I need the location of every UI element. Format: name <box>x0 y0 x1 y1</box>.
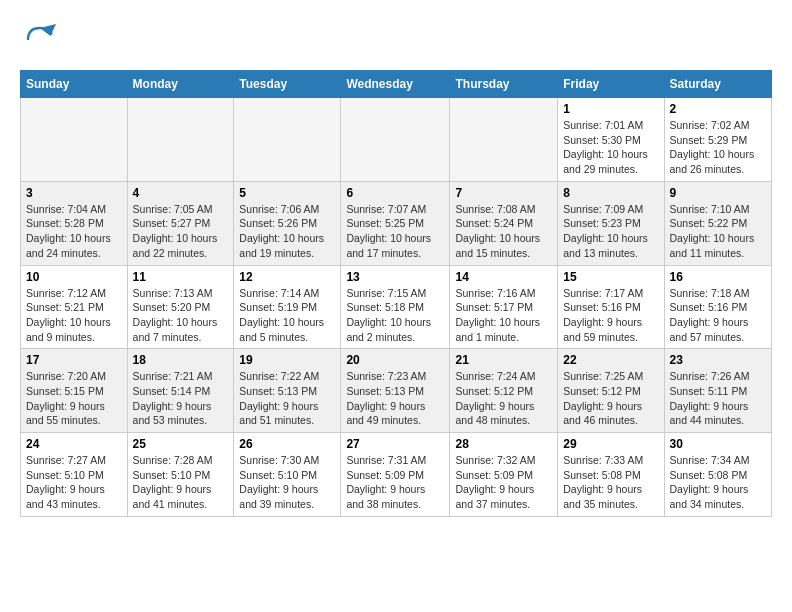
day-number: 23 <box>670 353 767 367</box>
calendar-cell: 17Sunrise: 7:20 AMSunset: 5:15 PMDayligh… <box>21 349 128 433</box>
page-header <box>20 20 772 60</box>
day-number: 19 <box>239 353 335 367</box>
week-row-1: 1Sunrise: 7:01 AMSunset: 5:30 PMDaylight… <box>21 98 772 182</box>
day-info: Sunrise: 7:12 AMSunset: 5:21 PMDaylight:… <box>26 286 122 345</box>
calendar-cell: 16Sunrise: 7:18 AMSunset: 5:16 PMDayligh… <box>664 265 772 349</box>
day-info: Sunrise: 7:27 AMSunset: 5:10 PMDaylight:… <box>26 453 122 512</box>
day-info: Sunrise: 7:05 AMSunset: 5:27 PMDaylight:… <box>133 202 229 261</box>
calendar-cell: 29Sunrise: 7:33 AMSunset: 5:08 PMDayligh… <box>558 433 664 517</box>
day-number: 28 <box>455 437 552 451</box>
day-info: Sunrise: 7:21 AMSunset: 5:14 PMDaylight:… <box>133 369 229 428</box>
day-number: 18 <box>133 353 229 367</box>
day-number: 26 <box>239 437 335 451</box>
calendar-cell: 12Sunrise: 7:14 AMSunset: 5:19 PMDayligh… <box>234 265 341 349</box>
calendar-cell <box>234 98 341 182</box>
calendar-cell: 11Sunrise: 7:13 AMSunset: 5:20 PMDayligh… <box>127 265 234 349</box>
day-info: Sunrise: 7:25 AMSunset: 5:12 PMDaylight:… <box>563 369 658 428</box>
day-info: Sunrise: 7:20 AMSunset: 5:15 PMDaylight:… <box>26 369 122 428</box>
day-number: 3 <box>26 186 122 200</box>
day-info: Sunrise: 7:33 AMSunset: 5:08 PMDaylight:… <box>563 453 658 512</box>
day-info: Sunrise: 7:09 AMSunset: 5:23 PMDaylight:… <box>563 202 658 261</box>
day-number: 22 <box>563 353 658 367</box>
calendar-cell: 24Sunrise: 7:27 AMSunset: 5:10 PMDayligh… <box>21 433 128 517</box>
calendar-cell: 3Sunrise: 7:04 AMSunset: 5:28 PMDaylight… <box>21 181 128 265</box>
calendar-cell: 8Sunrise: 7:09 AMSunset: 5:23 PMDaylight… <box>558 181 664 265</box>
day-number: 14 <box>455 270 552 284</box>
calendar-cell: 23Sunrise: 7:26 AMSunset: 5:11 PMDayligh… <box>664 349 772 433</box>
day-number: 10 <box>26 270 122 284</box>
day-info: Sunrise: 7:30 AMSunset: 5:10 PMDaylight:… <box>239 453 335 512</box>
day-number: 13 <box>346 270 444 284</box>
day-info: Sunrise: 7:22 AMSunset: 5:13 PMDaylight:… <box>239 369 335 428</box>
calendar-cell: 22Sunrise: 7:25 AMSunset: 5:12 PMDayligh… <box>558 349 664 433</box>
day-info: Sunrise: 7:10 AMSunset: 5:22 PMDaylight:… <box>670 202 767 261</box>
calendar-body: 1Sunrise: 7:01 AMSunset: 5:30 PMDaylight… <box>21 98 772 517</box>
day-info: Sunrise: 7:31 AMSunset: 5:09 PMDaylight:… <box>346 453 444 512</box>
day-number: 20 <box>346 353 444 367</box>
week-row-4: 17Sunrise: 7:20 AMSunset: 5:15 PMDayligh… <box>21 349 772 433</box>
day-number: 16 <box>670 270 767 284</box>
weekday-header-sunday: Sunday <box>21 71 128 98</box>
day-info: Sunrise: 7:14 AMSunset: 5:19 PMDaylight:… <box>239 286 335 345</box>
day-info: Sunrise: 7:16 AMSunset: 5:17 PMDaylight:… <box>455 286 552 345</box>
calendar-cell: 25Sunrise: 7:28 AMSunset: 5:10 PMDayligh… <box>127 433 234 517</box>
day-info: Sunrise: 7:07 AMSunset: 5:25 PMDaylight:… <box>346 202 444 261</box>
day-number: 1 <box>563 102 658 116</box>
day-number: 9 <box>670 186 767 200</box>
day-number: 2 <box>670 102 767 116</box>
calendar-cell: 10Sunrise: 7:12 AMSunset: 5:21 PMDayligh… <box>21 265 128 349</box>
day-info: Sunrise: 7:24 AMSunset: 5:12 PMDaylight:… <box>455 369 552 428</box>
weekday-header-row: SundayMondayTuesdayWednesdayThursdayFrid… <box>21 71 772 98</box>
day-number: 27 <box>346 437 444 451</box>
day-number: 21 <box>455 353 552 367</box>
day-info: Sunrise: 7:28 AMSunset: 5:10 PMDaylight:… <box>133 453 229 512</box>
logo <box>20 20 66 60</box>
day-number: 17 <box>26 353 122 367</box>
calendar-cell: 13Sunrise: 7:15 AMSunset: 5:18 PMDayligh… <box>341 265 450 349</box>
calendar-cell: 6Sunrise: 7:07 AMSunset: 5:25 PMDaylight… <box>341 181 450 265</box>
weekday-header-friday: Friday <box>558 71 664 98</box>
week-row-5: 24Sunrise: 7:27 AMSunset: 5:10 PMDayligh… <box>21 433 772 517</box>
day-info: Sunrise: 7:18 AMSunset: 5:16 PMDaylight:… <box>670 286 767 345</box>
logo-icon <box>20 20 60 60</box>
calendar-cell: 5Sunrise: 7:06 AMSunset: 5:26 PMDaylight… <box>234 181 341 265</box>
calendar-cell: 14Sunrise: 7:16 AMSunset: 5:17 PMDayligh… <box>450 265 558 349</box>
calendar-cell: 18Sunrise: 7:21 AMSunset: 5:14 PMDayligh… <box>127 349 234 433</box>
calendar-cell <box>21 98 128 182</box>
calendar-cell: 20Sunrise: 7:23 AMSunset: 5:13 PMDayligh… <box>341 349 450 433</box>
weekday-header-wednesday: Wednesday <box>341 71 450 98</box>
day-number: 7 <box>455 186 552 200</box>
day-info: Sunrise: 7:13 AMSunset: 5:20 PMDaylight:… <box>133 286 229 345</box>
calendar-table: SundayMondayTuesdayWednesdayThursdayFrid… <box>20 70 772 517</box>
calendar-cell: 27Sunrise: 7:31 AMSunset: 5:09 PMDayligh… <box>341 433 450 517</box>
day-number: 6 <box>346 186 444 200</box>
day-number: 30 <box>670 437 767 451</box>
weekday-header-tuesday: Tuesday <box>234 71 341 98</box>
weekday-header-thursday: Thursday <box>450 71 558 98</box>
calendar-cell: 7Sunrise: 7:08 AMSunset: 5:24 PMDaylight… <box>450 181 558 265</box>
day-number: 5 <box>239 186 335 200</box>
calendar-cell: 15Sunrise: 7:17 AMSunset: 5:16 PMDayligh… <box>558 265 664 349</box>
day-number: 25 <box>133 437 229 451</box>
calendar-cell: 9Sunrise: 7:10 AMSunset: 5:22 PMDaylight… <box>664 181 772 265</box>
week-row-2: 3Sunrise: 7:04 AMSunset: 5:28 PMDaylight… <box>21 181 772 265</box>
day-number: 24 <box>26 437 122 451</box>
day-number: 12 <box>239 270 335 284</box>
day-info: Sunrise: 7:23 AMSunset: 5:13 PMDaylight:… <box>346 369 444 428</box>
calendar-cell: 26Sunrise: 7:30 AMSunset: 5:10 PMDayligh… <box>234 433 341 517</box>
calendar-cell: 28Sunrise: 7:32 AMSunset: 5:09 PMDayligh… <box>450 433 558 517</box>
day-info: Sunrise: 7:04 AMSunset: 5:28 PMDaylight:… <box>26 202 122 261</box>
week-row-3: 10Sunrise: 7:12 AMSunset: 5:21 PMDayligh… <box>21 265 772 349</box>
day-info: Sunrise: 7:17 AMSunset: 5:16 PMDaylight:… <box>563 286 658 345</box>
day-info: Sunrise: 7:01 AMSunset: 5:30 PMDaylight:… <box>563 118 658 177</box>
day-number: 4 <box>133 186 229 200</box>
day-info: Sunrise: 7:06 AMSunset: 5:26 PMDaylight:… <box>239 202 335 261</box>
calendar-cell: 30Sunrise: 7:34 AMSunset: 5:08 PMDayligh… <box>664 433 772 517</box>
day-number: 8 <box>563 186 658 200</box>
calendar-cell <box>341 98 450 182</box>
day-info: Sunrise: 7:02 AMSunset: 5:29 PMDaylight:… <box>670 118 767 177</box>
day-info: Sunrise: 7:26 AMSunset: 5:11 PMDaylight:… <box>670 369 767 428</box>
day-info: Sunrise: 7:34 AMSunset: 5:08 PMDaylight:… <box>670 453 767 512</box>
weekday-header-saturday: Saturday <box>664 71 772 98</box>
day-number: 29 <box>563 437 658 451</box>
